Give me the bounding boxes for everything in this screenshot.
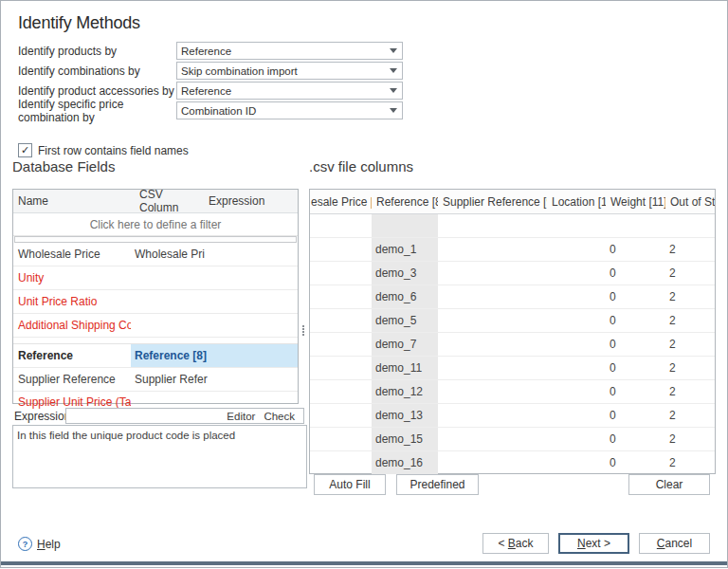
identify-label: Identify combinations by — [18, 64, 176, 78]
cell: 0 — [606, 404, 665, 427]
column-header-name[interactable]: Name — [13, 194, 135, 208]
identify-row: Identify specific price combination byCo… — [18, 102, 403, 119]
table-row[interactable] — [310, 214, 715, 238]
cell: 2 — [665, 451, 715, 474]
cell — [547, 333, 606, 356]
cell: 2 — [665, 333, 715, 356]
checkbox-label: First row contains field names — [38, 144, 189, 157]
table-row[interactable]: demo_602 — [310, 285, 715, 309]
cell: demo_15 — [372, 428, 438, 450]
identify-label: Identify products by — [18, 45, 176, 58]
column-header[interactable]: Location [10] — [547, 195, 606, 209]
cell — [547, 214, 606, 237]
chevron-down-icon — [390, 88, 397, 93]
cell — [372, 214, 438, 237]
identify-combobox[interactable]: Combination ID — [176, 101, 403, 119]
cell-csv-column: Wholesale Pri — [131, 243, 298, 266]
cancel-button[interactable]: Cancel — [639, 533, 710, 554]
help-button[interactable]: ? Help — [18, 537, 61, 551]
chevron-down-icon — [390, 108, 397, 113]
cell — [438, 333, 547, 356]
csv-grid-header: esale Price [7]Reference [8]Supplier Ref… — [310, 190, 715, 214]
cell — [547, 380, 606, 403]
check-mark-icon: ✓ — [21, 145, 29, 156]
identify-combobox[interactable]: Reference — [176, 82, 403, 100]
cell-csv-column: Supplier Refer — [131, 368, 298, 391]
cell-csv-column — [131, 314, 298, 337]
cell-field-name: Supplier Reference — [13, 373, 131, 386]
cell — [438, 309, 547, 332]
page-title: Identify Methods — [18, 13, 140, 33]
cell: 2 — [665, 238, 715, 261]
horizontal-scrollbar[interactable] — [14, 236, 297, 243]
cell — [438, 357, 547, 379]
cell: demo_16 — [372, 451, 438, 474]
cell: 0 — [606, 428, 665, 450]
cell: 2 — [665, 428, 715, 450]
expression-input[interactable] — [66, 410, 227, 422]
clear-button[interactable]: Clear — [628, 474, 710, 495]
table-row[interactable]: Unity — [13, 266, 298, 290]
table-row[interactable]: Unit Price Ratio — [13, 290, 298, 314]
cell: demo_6 — [372, 285, 438, 308]
editor-button[interactable]: Editor — [227, 411, 255, 422]
cell: demo_12 — [372, 380, 438, 403]
cell — [310, 285, 372, 308]
first-row-checkbox-row: ✓ First row contains field names — [18, 143, 189, 157]
cell-field-name: Additional Shipping Cost — [13, 319, 131, 332]
identify-label: Identify specific price combination by — [18, 98, 176, 124]
cell: 0 — [606, 238, 665, 261]
cell — [438, 238, 547, 261]
check-button[interactable]: Check — [264, 411, 295, 422]
csv-grid-body: demo_102demo_302demo_602demo_502demo_702… — [310, 214, 715, 474]
database-fields-grid: Name CSV Column Expression Click here to… — [12, 189, 299, 404]
group-separator — [13, 338, 298, 344]
table-row[interactable]: demo_702 — [310, 333, 715, 357]
column-header[interactable]: Supplier Reference [9] — [438, 195, 547, 209]
column-header-expression[interactable]: Expression — [200, 194, 298, 208]
predefined-button[interactable]: Predefined — [396, 474, 479, 495]
table-row[interactable]: Additional Shipping Cost — [13, 314, 298, 338]
table-row[interactable]: demo_1502 — [310, 428, 715, 451]
cell: demo_5 — [372, 309, 438, 332]
expression-row: Expression Editor Check — [14, 408, 304, 424]
combobox-value: Combination ID — [177, 105, 256, 117]
table-row[interactable]: Supplier ReferenceSupplier Refer — [13, 368, 298, 392]
cell — [438, 214, 547, 237]
table-row[interactable]: demo_502 — [310, 309, 715, 333]
cell — [438, 380, 547, 403]
cell — [547, 262, 606, 284]
combobox-value: Reference — [177, 85, 231, 97]
cell — [310, 380, 372, 403]
filter-row[interactable]: Click here to define a filter — [13, 213, 298, 236]
column-header[interactable]: Weight [11] — [606, 195, 665, 209]
identify-combobox[interactable]: Skip combination import — [176, 62, 403, 80]
table-row[interactable]: ReferenceReference [8] — [13, 344, 298, 368]
column-header-csv-column[interactable]: CSV Column — [135, 188, 200, 214]
auto-fill-button[interactable]: Auto Fill — [314, 474, 386, 495]
next-button[interactable]: Next > — [558, 533, 629, 554]
table-row[interactable]: demo_1302 — [310, 404, 715, 428]
combobox-value: Reference — [177, 46, 231, 57]
cell: 2 — [665, 357, 715, 379]
cell — [438, 451, 547, 474]
table-row[interactable]: demo_1602 — [310, 451, 715, 474]
help-label: Help — [37, 538, 61, 551]
cell: 0 — [606, 262, 665, 284]
identify-row: Identify product accessories byReference — [18, 83, 403, 99]
cell: 0 — [606, 285, 665, 308]
table-row[interactable]: demo_302 — [310, 262, 715, 285]
back-button[interactable]: < Back — [482, 533, 549, 554]
first-row-checkbox[interactable]: ✓ — [18, 143, 32, 157]
table-row[interactable]: demo_1202 — [310, 380, 715, 404]
column-header[interactable]: Out of St — [665, 195, 715, 209]
identify-combobox[interactable]: Reference — [176, 42, 403, 60]
column-header[interactable]: Reference [8] — [372, 195, 438, 209]
table-row[interactable]: demo_1102 — [310, 357, 715, 380]
identify-label: Identify product accessories by — [18, 84, 176, 98]
cell — [665, 214, 715, 237]
cell: 0 — [606, 333, 665, 356]
column-header[interactable]: esale Price [7] — [310, 195, 372, 209]
table-row[interactable]: Wholesale PriceWholesale Pri — [13, 243, 298, 266]
table-row[interactable]: demo_102 — [310, 238, 715, 262]
